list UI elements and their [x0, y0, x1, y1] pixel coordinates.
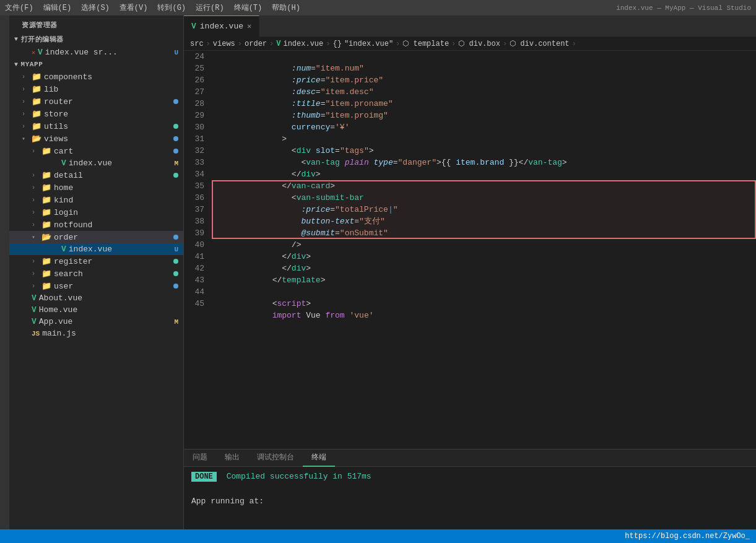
folder-label: order [54, 233, 78, 242]
folder-label: search [54, 269, 83, 279]
modified-dot [173, 124, 178, 129]
modified-dot [173, 99, 178, 104]
tab-close-button[interactable]: ✕ [247, 22, 251, 31]
chevron-down-icon: ▾ [22, 135, 32, 142]
bottom-panel: 问题 输出 调试控制台 终端 DONE Compiled succe [184, 449, 756, 529]
menu-edit[interactable]: 编辑(E) [43, 2, 72, 13]
project-name-label: MYAPP [21, 61, 43, 68]
sidebar-item-search[interactable]: › 📁 search [9, 267, 183, 280]
panel-tab-terminal[interactable]: 终端 [303, 450, 335, 467]
sidebar-item-about[interactable]: V About.vue [9, 292, 183, 304]
folder-icon: 📁 [32, 72, 41, 82]
activity-bar [0, 15, 9, 529]
code-line-31: <div slot="tags"> [212, 133, 756, 145]
menu-select[interactable]: 选择(S) [81, 2, 110, 13]
panel-tab-debug[interactable]: 调试控制台 [248, 450, 303, 467]
chevron-down-icon: ▼ [14, 36, 19, 43]
close-icon[interactable]: ✕ [32, 49, 35, 56]
chevron-right-icon: ▼ [14, 61, 19, 68]
menu-bar: 文件(F) 编辑(E) 选择(S) 查看(V) 转到(G) 运行(R) 终端(T… [0, 0, 756, 15]
sidebar-item-store[interactable]: › 📁 store [9, 108, 183, 120]
sidebar-item-lib[interactable]: › 📁 lib [9, 83, 183, 95]
crumb-box: ⬡ template [402, 39, 449, 48]
chevron-right-icon: › [22, 74, 32, 80]
sidebar-item-detail[interactable]: › 📁 detail [9, 169, 183, 181]
chevron-right-icon: › [32, 258, 41, 265]
sidebar-item-kind[interactable]: › 📁 kind [9, 194, 183, 206]
opened-file-name: index.vue sr... [45, 48, 118, 57]
crumb-index-str: "index.vue" [344, 40, 393, 48]
modified-dot [173, 136, 178, 141]
sidebar-item-order[interactable]: ▾ 📂 order [9, 231, 183, 243]
chevron-down-icon: ▾ [32, 233, 41, 241]
sidebar-item-home[interactable]: › 📁 home [9, 181, 183, 194]
folder-label: lib [44, 85, 58, 94]
terminal-content[interactable]: DONE Compiled successfully in 517ms App … [184, 467, 756, 529]
vue-icon: V [32, 293, 37, 303]
opened-editors-label: 打开的编辑器 [21, 35, 64, 44]
chevron-right-icon: › [32, 148, 41, 155]
tab-index-vue[interactable]: V index.vue ✕ [184, 15, 259, 37]
chevron-right-icon: › [32, 185, 41, 191]
boxed-section: <van-submit-bar :price="totalPrice|" but… [212, 180, 756, 239]
opened-editors-section[interactable]: ▼ 打开的编辑器 [9, 32, 183, 46]
sidebar-item-register[interactable]: › 📁 register [9, 255, 183, 267]
folder-icon: 📁 [41, 195, 51, 205]
sidebar-item-order-index[interactable]: V index.vue U [9, 243, 183, 255]
sidebar-item-components[interactable]: › 📁 components [9, 71, 183, 83]
project-section[interactable]: ▼ MYAPP [9, 58, 183, 71]
sidebar-item-user[interactable]: › 📁 user [9, 280, 183, 292]
folder-icon: 📁 [32, 84, 41, 94]
sidebar-item-views[interactable]: ▾ 📂 views [9, 132, 183, 145]
tabs-bar: V index.vue ✕ [184, 15, 756, 37]
code-line-33: </div> [212, 157, 756, 168]
menu-help[interactable]: 帮助(H) [272, 2, 300, 13]
terminal-line-running: App running at: [191, 495, 749, 508]
folder-label: detail [54, 171, 83, 180]
modified-badge: M [174, 160, 178, 167]
chevron-right-icon: › [22, 98, 32, 105]
folder-label: cart [54, 147, 73, 156]
sep: › [238, 40, 242, 48]
modified-dot [173, 149, 178, 154]
menu-view[interactable]: 查看(V) [119, 2, 148, 13]
sidebar: 资源管理器 ▼ 打开的编辑器 ✕ V index.vue sr... U ▼ M… [9, 15, 184, 529]
menu-goto[interactable]: 转到(G) [157, 2, 186, 13]
menu-terminal[interactable]: 终端(T) [234, 2, 263, 13]
chevron-right-icon: › [22, 86, 32, 93]
panel-tabs: 问题 输出 调试控制台 终端 [184, 450, 756, 467]
vue-crumb-icon: V [276, 40, 280, 48]
panel-tab-problems[interactable]: 问题 [184, 450, 216, 467]
sidebar-item-utils[interactable]: › 📁 utils [9, 120, 183, 132]
code-line-32: <van-tag plain type="danger">{{ item.bra… [212, 145, 756, 157]
file-label: App.vue [39, 317, 73, 326]
sep: › [396, 40, 400, 48]
title-bar-text: index.vue — MyApp — Visual Studio [616, 4, 751, 12]
sidebar-item-cart[interactable]: › 📁 cart [9, 145, 183, 157]
sidebar-item-notfound[interactable]: › 📁 notfound [9, 219, 183, 231]
sep: › [269, 40, 274, 48]
file-label: About.vue [39, 293, 82, 303]
vue-icon: V [32, 305, 37, 315]
code-line-37: button-text="支付" [212, 204, 756, 215]
folder-label: home [54, 183, 73, 193]
sidebar-item-router[interactable]: › 📁 router [9, 95, 183, 108]
sidebar-item-login[interactable]: › 📁 login [9, 206, 183, 219]
opened-file-item[interactable]: ✕ V index.vue sr... U [9, 46, 183, 58]
folder-icon: 📁 [41, 256, 51, 266]
code-editor[interactable]: 24 25 26 27 28 29 30 31 32 33 34 35 36 3… [184, 51, 756, 449]
terminal-line-done: DONE Compiled successfully in 517ms [191, 471, 749, 483]
folder-label: router [44, 97, 73, 106]
code-line-42: </template> [212, 263, 756, 274]
folder-icon: 📁 [41, 269, 51, 279]
sidebar-item-app-vue[interactable]: V App.vue M [9, 316, 183, 328]
sidebar-item-home-vue[interactable]: V Home.vue [9, 304, 183, 316]
sidebar-item-cart-index[interactable]: V index.vue M [9, 157, 183, 169]
js-icon: JS [32, 330, 40, 337]
panel-tab-output[interactable]: 输出 [216, 450, 248, 467]
sidebar-item-main-js[interactable]: JS main.js [9, 328, 183, 339]
menu-file[interactable]: 文件(F) [5, 2, 33, 13]
chevron-right-icon: › [32, 197, 41, 204]
menu-run[interactable]: 运行(R) [196, 2, 224, 13]
status-url: https://blog.csdn.net/ZywOo_ [625, 532, 750, 541]
